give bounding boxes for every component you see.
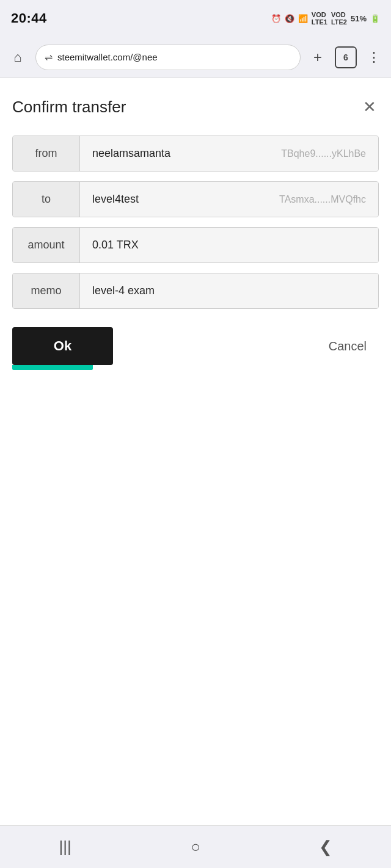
nav-back-icon: ❮ [319, 837, 332, 856]
to-username: level4test [92, 193, 139, 206]
tab-count: 6 [343, 52, 348, 62]
mute-icon: 🔇 [285, 14, 294, 23]
dialog-header: Confirm transfer ✕ [12, 96, 379, 117]
to-field-row: to level4test TAsmxa......MVQfhc [12, 181, 379, 217]
from-label: from [13, 136, 80, 171]
status-icons: ⏰ 🔇 📶 VODLTE1 VODLTE2 51% 🔋 [271, 11, 380, 26]
url-bar[interactable]: ⇌ steemitwallet.com/@nee [35, 45, 301, 70]
nav-back-button[interactable]: ❮ [310, 832, 341, 863]
menu-button[interactable]: ⋮ [363, 46, 385, 68]
status-bar: 20:44 ⏰ 🔇 📶 VODLTE1 VODLTE2 51% 🔋 [0, 0, 391, 37]
plus-icon: + [313, 49, 322, 66]
status-time: 20:44 [11, 10, 47, 26]
buttons-row: Ok Cancel [12, 327, 379, 365]
battery-icon: 🔋 [370, 14, 380, 23]
from-address: TBqhe9......yKLhBe [281, 148, 366, 159]
wifi-icon: 📶 [298, 14, 308, 23]
to-value: level4test TAsmxa......MVQfhc [80, 182, 378, 217]
secure-icon: ⇌ [45, 51, 53, 63]
from-field-row: from neelamsamanta TBqhe9......yKLhBe [12, 136, 379, 172]
dialog-title: Confirm transfer [12, 98, 126, 117]
main-content: Confirm transfer ✕ from neelamsamanta TB… [0, 78, 391, 825]
close-button[interactable]: ✕ [360, 96, 379, 117]
nav-home-icon: ○ [191, 837, 200, 856]
from-value: neelamsamanta TBqhe9......yKLhBe [80, 136, 378, 171]
nav-menu-button[interactable]: ||| [50, 832, 81, 863]
signal-lte1-icon: VODLTE1 [312, 11, 327, 26]
url-text: steemitwallet.com/@nee [57, 52, 291, 62]
to-address: TAsmxa......MVQfhc [279, 194, 366, 205]
memo-field-row: memo level-4 exam [12, 273, 379, 309]
battery-indicator: 51% [351, 14, 367, 23]
from-username: neelamsamanta [92, 147, 170, 160]
to-label: to [13, 182, 80, 217]
ok-button[interactable]: Ok [12, 327, 113, 365]
add-tab-button[interactable]: + [307, 46, 329, 68]
memo-value: level-4 exam [80, 273, 378, 308]
cancel-button[interactable]: Cancel [316, 328, 379, 364]
home-button[interactable]: ⌂ [6, 46, 29, 69]
alarm-icon: ⏰ [271, 14, 281, 23]
nav-menu-icon: ||| [59, 837, 71, 856]
signal-lte2-icon: VODLTE2 [331, 11, 347, 26]
nav-bar: ||| ○ ❮ [0, 825, 391, 868]
dots-icon: ⋮ [367, 49, 381, 65]
amount-value: 0.01 TRX [80, 228, 378, 262]
memo-label: memo [13, 273, 80, 308]
browser-bar: ⌂ ⇌ steemitwallet.com/@nee + 6 ⋮ [0, 37, 391, 78]
amount-field-row: amount 0.01 TRX [12, 227, 379, 263]
home-icon: ⌂ [13, 49, 21, 65]
tabs-button[interactable]: 6 [335, 46, 357, 68]
nav-home-button[interactable]: ○ [180, 832, 211, 863]
amount-label: amount [13, 228, 80, 262]
